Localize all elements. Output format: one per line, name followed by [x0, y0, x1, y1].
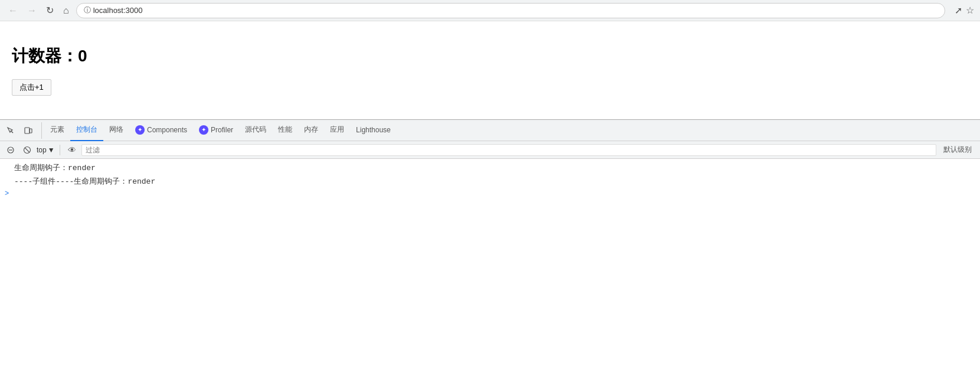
svg-rect-2: [30, 129, 32, 133]
svg-rect-1: [25, 128, 30, 133]
home-button[interactable]: ⌂: [61, 4, 71, 17]
tab-sources[interactable]: 源代码: [239, 120, 272, 141]
url-text: localhost:3000: [93, 6, 143, 15]
back-button[interactable]: ←: [6, 4, 20, 17]
tab-profiler[interactable]: ✦ Profiler: [193, 120, 239, 141]
tab-lighthouse[interactable]: Lighthouse: [350, 120, 397, 141]
tab-console[interactable]: 控制台: [70, 120, 103, 141]
counter-heading: 计数器：0: [12, 45, 968, 67]
tab-performance[interactable]: 性能: [272, 120, 298, 141]
tab-network[interactable]: 网络: [103, 120, 129, 141]
console-chevron-icon[interactable]: >: [5, 190, 9, 198]
inspect-element-icon[interactable]: [2, 122, 19, 139]
increment-button[interactable]: 点击+1: [12, 79, 51, 96]
device-toolbar-icon[interactable]: [20, 122, 37, 139]
block-icon[interactable]: [20, 143, 34, 157]
reload-button[interactable]: ↻: [44, 4, 56, 17]
context-selector[interactable]: top ▼: [37, 146, 55, 154]
tab-memory[interactable]: 内存: [298, 120, 324, 141]
devtools-tabs: 元素 控制台 网络 ✦ Components ✦ Profiler 源代码 性能…: [0, 120, 980, 141]
chevron-down-icon: ▼: [48, 146, 55, 154]
page-content: 计数器：0 点击+1: [0, 21, 980, 108]
bookmark-button[interactable]: ☆: [966, 5, 974, 16]
clear-console-button[interactable]: [4, 143, 18, 157]
react-components-icon: ✦: [135, 125, 145, 135]
tab-components[interactable]: ✦ Components: [129, 120, 193, 141]
devtools-toolbar-icons: [2, 122, 42, 139]
console-line-1: 生命周期钩子：render: [0, 161, 980, 175]
console-toolbar: top ▼ 👁 默认级别: [0, 141, 980, 159]
tab-application[interactable]: 应用: [324, 120, 350, 141]
forward-button[interactable]: →: [25, 4, 39, 17]
lock-icon: ⓘ: [84, 5, 91, 15]
svg-line-0: [11, 131, 14, 133]
console-line-2: ----子组件----生命周期钩子：render: [0, 175, 980, 188]
separator: [60, 145, 60, 155]
browser-chrome: ← → ↻ ⌂ ⓘ localhost:3000 ➚ ☆: [0, 0, 980, 21]
tab-elements[interactable]: 元素: [44, 120, 70, 141]
svg-line-6: [25, 148, 30, 152]
eye-icon[interactable]: 👁: [65, 143, 79, 157]
console-output: 生命周期钩子：render ----子组件----生命周期钩子：render >: [0, 159, 980, 253]
console-prompt[interactable]: >: [0, 188, 980, 199]
devtools-panel: 元素 控制台 网络 ✦ Components ✦ Profiler 源代码 性能…: [0, 119, 980, 253]
default-level-button[interactable]: 默认级别: [939, 145, 976, 155]
browser-actions: ➚ ☆: [955, 5, 974, 16]
filter-input[interactable]: [81, 144, 936, 156]
address-bar: ⓘ localhost:3000: [76, 3, 945, 18]
react-profiler-icon: ✦: [199, 125, 208, 135]
share-button[interactable]: ➚: [955, 5, 962, 16]
